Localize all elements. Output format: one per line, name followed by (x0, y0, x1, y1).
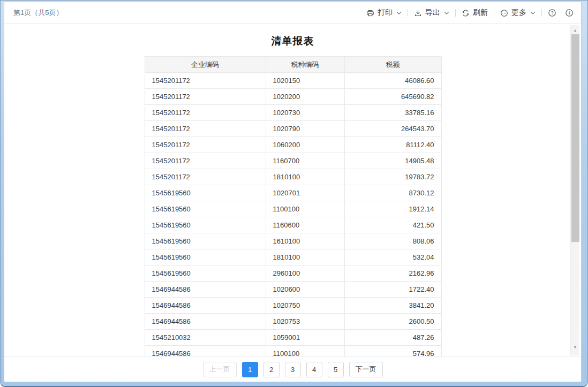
tax-amount-cell: 1912.14 (344, 201, 441, 217)
enterprise-code-cell: 1545201172 (145, 121, 266, 137)
table-row: 1545201172106020081112.40 (145, 137, 441, 153)
toolbar-divider (494, 9, 494, 17)
window-frame: 第1页（共5页） 打印 (0, 0, 588, 387)
export-button[interactable]: 导出 (414, 8, 449, 18)
tax-amount-cell: 264543.70 (344, 121, 441, 137)
chevron-down-icon (444, 11, 449, 15)
tax-code-cell: 1020730 (266, 105, 344, 121)
ellipsis-circle-icon (500, 9, 508, 17)
page-button-5[interactable]: 5 (328, 362, 344, 377)
tax-amount-cell: 532.04 (344, 249, 441, 265)
refresh-button[interactable]: 刷新 (462, 8, 488, 18)
enterprise-code-cell: 1545201172 (145, 153, 266, 169)
table-row: 15452011721020200645690.82 (145, 89, 441, 105)
table-row: 154561956029601002162.96 (145, 265, 441, 282)
table-row: 15469445861100100574.96 (145, 346, 441, 357)
more-button[interactable]: 更多 (500, 8, 536, 18)
tax-amount-cell: 1722.40 (344, 282, 441, 298)
vertical-scrollbar[interactable]: ▲ ▼ (570, 25, 579, 355)
print-label: 打印 (378, 8, 393, 18)
report-viewer-window: 第1页（共5页） 打印 (4, 2, 582, 382)
report-title: 清单报表 (145, 34, 441, 48)
table-row: 15452100321059001487.26 (145, 330, 441, 346)
report-content-area: 清单报表 企业编码 税种编码 税额 1545201172102015046086… (4, 24, 581, 356)
tax-code-cell: 1020150 (266, 73, 344, 89)
tax-code-cell: 1160700 (266, 153, 344, 169)
report-table: 企业编码 税种编码 税额 1545201172102015046086.6015… (145, 56, 442, 356)
info-button[interactable] (565, 9, 574, 17)
tax-code-cell: 1060200 (266, 137, 344, 153)
enterprise-code-cell: 1545619560 (145, 185, 266, 201)
tax-amount-cell: 2600.50 (344, 314, 441, 330)
help-circle-icon: ? (548, 9, 556, 17)
page-button-4[interactable]: 4 (306, 362, 322, 377)
enterprise-code-cell: 1545201172 (145, 137, 266, 153)
enterprise-code-cell: 1545619560 (145, 201, 266, 217)
enterprise-code-cell: 1546944586 (145, 346, 266, 357)
tax-amount-cell: 3841.20 (344, 298, 441, 314)
tax-code-cell: 1810100 (266, 169, 344, 185)
table-header: 企业编码 税种编码 税额 (145, 57, 441, 73)
tax-amount-cell: 808.06 (344, 233, 441, 249)
prev-page-button[interactable]: 上一页 (203, 362, 237, 377)
table-header-row: 企业编码 税种编码 税额 (145, 57, 441, 73)
scroll-down-icon[interactable]: ▼ (571, 344, 579, 351)
svg-text:?: ? (551, 10, 554, 16)
scrollbar-thumb[interactable] (571, 34, 579, 242)
report-page: 清单报表 企业编码 税种编码 税额 1545201172102015046086… (145, 34, 441, 356)
tax-code-cell: 1059001 (266, 330, 344, 346)
tax-amount-cell: 33785.16 (344, 105, 441, 121)
enterprise-code-cell: 1545619560 (145, 233, 266, 249)
page-button-1[interactable]: 1 (242, 362, 258, 377)
tax-code-cell: 1160600 (266, 217, 344, 233)
table-row: 154694458610207503841.20 (145, 298, 441, 314)
enterprise-code-cell: 1545619560 (145, 249, 266, 265)
tax-amount-cell: 46086.60 (344, 73, 441, 89)
help-button[interactable]: ? (548, 9, 556, 17)
scroll-up-icon[interactable]: ▲ (571, 27, 579, 34)
enterprise-code-cell: 1545619560 (145, 265, 266, 282)
enterprise-code-cell: 1545201172 (145, 73, 266, 89)
refresh-label: 刷新 (473, 8, 488, 18)
tax-code-cell: 1020790 (266, 121, 344, 137)
enterprise-code-cell: 1545619560 (145, 217, 266, 233)
toolbar-divider (408, 9, 408, 17)
table-row: 1545201172102073033785.16 (145, 105, 441, 121)
toolbar: 第1页（共5页） 打印 (4, 2, 581, 24)
tax-code-cell: 1810100 (266, 249, 344, 265)
tax-amount-cell: 574.96 (344, 346, 441, 357)
page-button-3[interactable]: 3 (285, 362, 301, 377)
tax-amount-cell: 14905.48 (344, 153, 441, 169)
tax-amount-cell: 421.50 (344, 217, 441, 233)
next-page-button[interactable]: 下一页 (349, 362, 383, 377)
table-row: 15456195601610100808.06 (145, 233, 441, 249)
chevron-down-icon (530, 11, 536, 15)
more-label: 更多 (511, 8, 526, 18)
pagination-bar: 上一页 12345 下一页 (4, 356, 581, 382)
column-header-tax-type-code: 税种编码 (266, 57, 344, 73)
print-button[interactable]: 打印 (366, 8, 402, 18)
page-indicator: 第1页（共5页） (13, 8, 63, 18)
tax-code-cell: 1020750 (266, 298, 344, 314)
table-row: 154561956010207018730.12 (145, 185, 441, 201)
pagination-pages: 12345 (242, 362, 344, 377)
column-header-tax-amount: 税额 (344, 57, 441, 73)
printer-icon (366, 9, 374, 17)
column-header-enterprise-code: 企业编码 (145, 57, 266, 73)
tax-code-cell: 1100100 (266, 346, 344, 357)
toolbar-actions: 打印 导出 (366, 8, 574, 18)
table-row: 1545201172181010019783.72 (145, 169, 441, 185)
table-row: 1545201172116070014905.48 (145, 153, 441, 169)
table-row: 154694458610206001722.40 (145, 282, 441, 298)
tax-code-cell: 1020753 (266, 314, 344, 330)
table-row: 154561956011001001912.14 (145, 201, 441, 217)
enterprise-code-cell: 1545201172 (145, 105, 266, 121)
enterprise-code-cell: 1546944586 (145, 282, 266, 298)
refresh-icon (462, 9, 470, 17)
report-table-body: 1545201172102015046086.60154520117210202… (145, 73, 441, 357)
table-row: 15456195601160600421.50 (145, 217, 441, 233)
table-row: 15452011721020790264543.70 (145, 121, 441, 137)
page-button-2[interactable]: 2 (263, 362, 280, 377)
enterprise-code-cell: 1546944586 (145, 314, 266, 330)
enterprise-code-cell: 1546944586 (145, 298, 266, 314)
